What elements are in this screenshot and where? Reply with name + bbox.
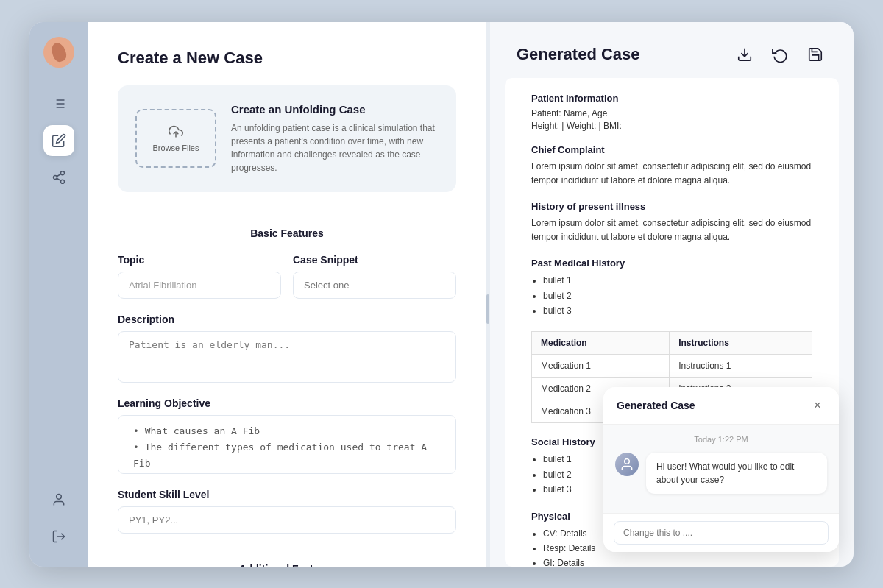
chief-complaint-text: Lorem ipsum dolor sit amet, consectetur … xyxy=(531,160,812,188)
history-text: Lorem ipsum dolor sit amet, consectetur … xyxy=(531,216,812,244)
upload-area: Browse Files Create an Unfolding Case An… xyxy=(118,85,456,192)
chat-input[interactable] xyxy=(614,521,829,545)
svg-point-8 xyxy=(61,180,65,183)
sidebar-item-logout[interactable] xyxy=(43,521,74,552)
case-snippet-label: Case Snippet xyxy=(293,254,456,266)
right-panel-actions xyxy=(733,43,827,66)
additional-features-label: Additional Features xyxy=(239,563,336,567)
patient-info-section: Patient Information Patient: Name, Age H… xyxy=(531,93,812,131)
scroll-indicator xyxy=(486,294,489,324)
description-label: Description xyxy=(118,314,456,325)
right-panel-header: Generated Case xyxy=(490,22,854,78)
left-panel: Create a New Case Browse Files Create an… xyxy=(88,22,486,567)
chat-bubble: Hi user! What would you like to edit abo… xyxy=(646,453,827,494)
learning-objective-input[interactable]: • What causes an A Fib • The different t… xyxy=(118,415,456,474)
svg-line-10 xyxy=(57,174,61,176)
basic-features-divider: Basic Features xyxy=(118,227,456,239)
sidebar-item-list[interactable] xyxy=(43,88,74,119)
generated-case-title: Generated Case xyxy=(517,45,640,64)
bullet-item: bullet 3 xyxy=(543,303,812,318)
learning-objective-group: Learning Objective • What causes an A Fi… xyxy=(118,397,456,474)
chat-title: Generated Case xyxy=(617,400,695,411)
case-snippet-input[interactable] xyxy=(293,272,456,299)
patient-info-title: Patient Information xyxy=(531,93,812,104)
svg-point-7 xyxy=(54,175,57,179)
save-button[interactable] xyxy=(804,43,827,66)
svg-line-9 xyxy=(57,178,61,180)
topic-group: Topic xyxy=(118,254,281,299)
right-panel: Generated Case Patient Information Patie… xyxy=(490,22,854,567)
learning-objective-label: Learning Objective xyxy=(118,397,456,409)
medication-col-header: Medication xyxy=(532,332,670,355)
medication-cell: Medication 1 xyxy=(532,355,670,378)
chat-overlay: Generated Case × Today 1:22 PM Hi user! xyxy=(603,387,839,552)
undo-button[interactable] xyxy=(768,43,792,66)
page-title: Create a New Case xyxy=(118,49,456,68)
svg-point-11 xyxy=(57,494,62,499)
case-snippet-group: Case Snippet xyxy=(293,254,456,299)
svg-point-15 xyxy=(625,458,630,464)
chief-complaint-section: Chief Complaint Lorem ipsum dolor sit am… xyxy=(531,144,812,188)
chat-close-button[interactable]: × xyxy=(809,397,826,414)
history-section: History of present illness Lorem ipsum d… xyxy=(531,201,812,244)
chief-complaint-title: Chief Complaint xyxy=(531,144,812,155)
past-medical-history-section: Past Medical History bullet 1 bullet 2 b… xyxy=(531,258,812,318)
download-button[interactable] xyxy=(733,43,756,66)
upload-card-description: An unfolding patient case is a clinical … xyxy=(231,121,439,174)
skill-level-group: Student Skill Level xyxy=(118,489,456,534)
bullet-item: GI: Details xyxy=(543,556,812,566)
chat-body: Today 1:22 PM Hi user! What would you li… xyxy=(603,425,839,513)
sidebar-item-share[interactable] xyxy=(43,162,74,193)
skill-level-label: Student Skill Level xyxy=(118,489,456,500)
chat-message: Hi user! What would you like to edit abo… xyxy=(615,453,827,494)
chat-header: Generated Case × xyxy=(603,387,839,425)
basic-features-label: Basic Features xyxy=(250,227,324,239)
sidebar-item-user[interactable] xyxy=(43,484,74,515)
past-medical-history-title: Past Medical History xyxy=(531,258,812,269)
chat-input-area xyxy=(603,513,839,552)
description-group: Description xyxy=(118,314,456,383)
patient-vitals-line: Height: | Weight: | BMI: xyxy=(531,121,812,131)
instructions-col-header: Instructions xyxy=(670,332,812,355)
upload-info: Create an Unfolding Case An unfolding pa… xyxy=(231,103,439,174)
past-medical-history-bullets: bullet 1 bullet 2 bullet 3 xyxy=(531,273,812,318)
bullet-item: bullet 2 xyxy=(543,288,812,303)
history-title: History of present illness xyxy=(531,201,812,212)
topic-input[interactable] xyxy=(118,272,281,299)
topic-snippet-row: Topic Case Snippet xyxy=(118,254,456,299)
browse-files-button[interactable]: Browse Files xyxy=(135,109,216,168)
sidebar-bottom xyxy=(43,484,74,552)
description-input[interactable] xyxy=(118,331,456,383)
topic-label: Topic xyxy=(118,254,281,266)
sidebar-item-edit[interactable] xyxy=(43,125,74,156)
instructions-cell: Instructions 1 xyxy=(670,355,812,378)
chat-avatar-image xyxy=(615,453,639,476)
browse-files-label: Browse Files xyxy=(153,144,199,152)
skill-level-input[interactable] xyxy=(118,506,456,534)
bullet-item: bullet 1 xyxy=(543,273,812,288)
patient-name-line: Patient: Name, Age xyxy=(531,108,812,118)
chat-timestamp: Today 1:22 PM xyxy=(615,435,827,444)
sidebar xyxy=(29,22,88,567)
additional-features-divider: Additional Features xyxy=(118,563,456,567)
table-row: Medication 1 Instructions 1 xyxy=(532,355,812,378)
svg-point-6 xyxy=(61,171,65,174)
chat-avatar xyxy=(615,453,639,476)
upload-card-title: Create an Unfolding Case xyxy=(231,103,439,116)
app-logo xyxy=(43,37,74,68)
